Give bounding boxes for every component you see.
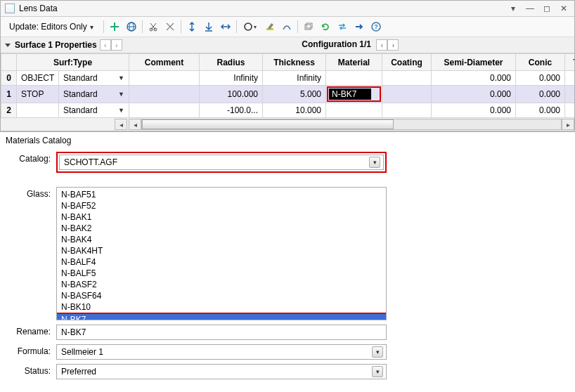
comment-cell[interactable] bbox=[129, 71, 200, 86]
formula-dropdown[interactable]: Sellmeier 1 ▾ bbox=[56, 344, 387, 360]
highlighter-icon[interactable] bbox=[262, 19, 278, 34]
rect-stack-icon[interactable] bbox=[301, 19, 316, 34]
anchor-down-icon[interactable] bbox=[201, 19, 217, 34]
coating-cell[interactable] bbox=[382, 86, 432, 103]
arrows-vertical-icon[interactable] bbox=[184, 19, 200, 34]
dropdown-icon[interactable]: ▾ bbox=[507, 4, 519, 13]
minimize-button[interactable]: — bbox=[524, 4, 536, 13]
tce-cell[interactable]: 0.000 bbox=[565, 71, 575, 86]
material-cell[interactable] bbox=[326, 103, 382, 118]
col-radius[interactable]: Radius bbox=[200, 54, 263, 71]
list-item[interactable]: N-BAK2 bbox=[57, 223, 386, 234]
scroll-right-button[interactable]: ▸ bbox=[562, 119, 574, 130]
material-cell[interactable] bbox=[326, 71, 382, 86]
right-arrow-icon[interactable] bbox=[351, 19, 367, 34]
col-thickness[interactable]: Thickness bbox=[263, 54, 326, 71]
arrows-horizontal-icon[interactable] bbox=[218, 19, 233, 34]
rename-input[interactable]: N-BK7 bbox=[56, 325, 387, 340]
globe-icon[interactable] bbox=[124, 19, 139, 34]
col-material[interactable]: Material bbox=[326, 54, 382, 71]
surface-type-cell[interactable]: Standard▼ bbox=[59, 86, 129, 103]
collapse-toggle-icon[interactable] bbox=[5, 44, 11, 47]
semidiam-cell[interactable]: 0.000 bbox=[432, 86, 516, 103]
col-conic[interactable]: Conic bbox=[516, 54, 565, 71]
scroll-thumb[interactable] bbox=[142, 119, 394, 129]
coating-cell[interactable] bbox=[382, 103, 432, 118]
scroll-left-small[interactable]: ◂ bbox=[115, 119, 127, 130]
conic-cell[interactable]: 0.000 bbox=[516, 86, 565, 103]
scroll-track[interactable] bbox=[141, 119, 562, 130]
conic-cell[interactable]: 0.000 bbox=[516, 103, 565, 118]
surface-prev-button[interactable]: ‹ bbox=[100, 39, 111, 51]
list-item[interactable]: N-BALF5 bbox=[57, 268, 386, 279]
grid-row[interactable]: 0 OBJECT Standard▼ Infinity Infinity 0.0… bbox=[1, 71, 575, 86]
col-semidiameter[interactable]: Semi-Diameter bbox=[432, 54, 516, 71]
radius-cell[interactable]: Infinity bbox=[200, 71, 263, 86]
conic-cell[interactable]: 0.000 bbox=[516, 71, 565, 86]
chevron-down-icon: ▾ bbox=[369, 157, 380, 168]
grid-row[interactable]: 1 STOP Standard▼ 100.000 5.000 N-BK7 0.0… bbox=[1, 86, 575, 103]
update-mode-dropdown[interactable]: Update: Editors Only ▾ bbox=[5, 20, 98, 33]
configuration-label: Configuration 1/1 bbox=[302, 39, 371, 49]
material-input[interactable]: N-BK7 bbox=[329, 89, 371, 100]
scroll-left-button[interactable]: ◂ bbox=[129, 119, 141, 130]
thickness-cell[interactable]: 10.000 bbox=[263, 103, 326, 118]
col-surftype[interactable]: Surf:Type bbox=[17, 54, 129, 71]
insert-surface-icon[interactable] bbox=[107, 19, 122, 34]
semidiam-cell[interactable]: 0.000 bbox=[432, 103, 516, 118]
row-index[interactable]: 0 bbox=[1, 71, 17, 86]
glass-listbox[interactable]: N-BAF51 N-BAF52 N-BAK1 N-BAK2 N-BAK4 N-B… bbox=[56, 187, 387, 320]
swap-arrows-icon[interactable] bbox=[335, 19, 350, 34]
col-tce[interactable]: TCE x 1E- bbox=[565, 54, 575, 71]
maximize-button[interactable]: ◻ bbox=[541, 4, 553, 13]
thickness-cell[interactable]: 5.000 bbox=[263, 86, 326, 103]
window-title: Lens Data bbox=[19, 4, 58, 13]
row-index[interactable]: 2 bbox=[1, 103, 17, 118]
list-item[interactable]: N-BAK4HT bbox=[57, 245, 386, 256]
list-item[interactable]: N-BAK1 bbox=[57, 211, 386, 223]
config-prev-button[interactable]: ‹ bbox=[376, 39, 387, 51]
row-index[interactable]: 1 bbox=[1, 86, 17, 103]
surface-name[interactable]: STOP bbox=[17, 86, 59, 103]
semidiam-cell[interactable]: 0.000 bbox=[432, 71, 516, 86]
grid-row[interactable]: 2 Standard▼ -100.0... 10.000 0.000 0.000… bbox=[1, 103, 575, 118]
refresh-icon[interactable] bbox=[318, 19, 333, 34]
toolbar: Update: Editors Only ▾ ▾ ? bbox=[1, 17, 574, 37]
material-cell-active[interactable]: N-BK7 bbox=[326, 86, 382, 103]
curve-icon[interactable] bbox=[279, 19, 295, 34]
coating-cell[interactable] bbox=[382, 71, 432, 86]
radius-cell[interactable]: 100.000 bbox=[200, 86, 263, 103]
config-next-button[interactable]: › bbox=[387, 39, 399, 51]
surface-next-button[interactable]: › bbox=[111, 39, 122, 51]
surface-type-cell[interactable]: Standard▼ bbox=[59, 71, 129, 86]
status-dropdown[interactable]: Preferred ▾ bbox=[56, 364, 387, 379]
tce-cell[interactable]: 0.000 bbox=[565, 103, 575, 118]
list-item[interactable]: N-BK10 bbox=[57, 301, 386, 313]
list-item[interactable]: N-BASF2 bbox=[57, 279, 386, 290]
col-comment[interactable]: Comment bbox=[129, 54, 200, 71]
radius-cell[interactable]: -100.0... bbox=[200, 103, 263, 118]
surface-name[interactable]: OBJECT bbox=[17, 71, 59, 86]
scissors-icon[interactable] bbox=[162, 19, 178, 34]
list-item[interactable]: N-BAF52 bbox=[57, 200, 386, 211]
col-coating[interactable]: Coating bbox=[382, 54, 432, 71]
formula-label: Formula: bbox=[14, 344, 56, 356]
surface-name[interactable] bbox=[17, 103, 59, 118]
cut-icon[interactable] bbox=[146, 19, 161, 34]
circle-tool-dropdown[interactable]: ▾ bbox=[240, 19, 261, 34]
list-item[interactable]: N-BALF4 bbox=[57, 256, 386, 268]
list-item-selected[interactable]: N-BK7 bbox=[57, 314, 386, 320]
comment-cell[interactable] bbox=[129, 103, 200, 118]
chevron-down-icon: ▼ bbox=[118, 74, 124, 81]
list-item[interactable]: N-BAK4 bbox=[57, 234, 386, 245]
tce-cell[interactable]: - bbox=[565, 86, 575, 103]
surface-type-cell[interactable]: Standard▼ bbox=[59, 103, 129, 118]
list-item[interactable]: N-BASF64 bbox=[57, 290, 386, 301]
list-item[interactable]: N-BAF51 bbox=[57, 189, 386, 200]
thickness-cell[interactable]: Infinity bbox=[263, 71, 326, 86]
catalog-dropdown[interactable]: SCHOTT.AGF ▾ bbox=[59, 155, 384, 170]
close-button[interactable]: ✕ bbox=[557, 4, 570, 13]
help-icon[interactable]: ? bbox=[368, 19, 384, 34]
comment-cell[interactable] bbox=[129, 86, 200, 103]
horizontal-scrollbar[interactable]: ◂ ◂ ▸ bbox=[1, 118, 574, 131]
